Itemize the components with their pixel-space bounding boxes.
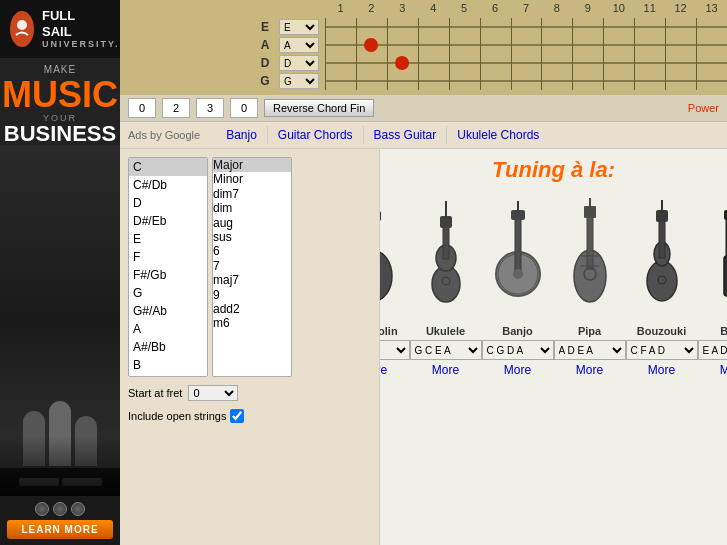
fret-line (603, 72, 604, 90)
fret-start-label: Start at fret (128, 387, 182, 399)
fret-number: 12 (665, 2, 696, 14)
instrument-image-pipa (561, 191, 619, 321)
scale-selectors: C C#/Db D D#/Eb E F F#/Gb G G#/Ab A A#/B… (128, 157, 371, 377)
fret-line (325, 54, 326, 72)
chord-type-select[interactable]: Major Minor dim7 dim aug sus 6 7 maj7 9 … (212, 157, 292, 377)
string-line (325, 26, 727, 28)
tab-bass-guitar[interactable]: Bass Guitar (364, 126, 448, 144)
instrument-image-banjo (489, 191, 547, 321)
fret-number: 13 (696, 2, 727, 14)
fret-line (634, 18, 635, 36)
instrument-more-link[interactable]: More (432, 363, 459, 377)
fret-line (387, 36, 388, 54)
learn-more-button[interactable]: LEARN MORE (7, 520, 112, 539)
string-tuning-select[interactable]: A (279, 37, 319, 53)
string-label: G (255, 74, 275, 88)
power-link[interactable]: Power (688, 102, 719, 114)
instrument-more-link[interactable]: More (720, 363, 727, 377)
fret-line (356, 18, 357, 36)
instrument-bass: BassE A D GMore (698, 191, 728, 377)
fret-start-select[interactable]: 0 1 2 3 (188, 385, 238, 401)
fret-number: 4 (418, 2, 449, 14)
instrument-tuning-select[interactable]: G D A E (380, 340, 410, 360)
instrument-name: Banjo (502, 325, 533, 337)
string-tuning-select[interactable]: D (279, 55, 319, 71)
fret-line (665, 54, 666, 72)
instrument-name: Bass (720, 325, 727, 337)
fret-number: 6 (480, 2, 511, 14)
instrument-more-link[interactable]: More (576, 363, 603, 377)
sidebar-logo: FULL SAIL UNIVERSITY. (0, 0, 120, 58)
fret-number: 5 (449, 2, 480, 14)
instrument-more-link[interactable]: More (380, 363, 387, 377)
fret-line (511, 36, 512, 54)
fret-number: 1 (325, 2, 356, 14)
fret-line (634, 54, 635, 72)
string-tuning-select[interactable]: G (279, 73, 319, 89)
fret-line (511, 72, 512, 90)
instrument-pipa: PipaA D E AMore (554, 191, 626, 377)
fret-line (418, 18, 419, 36)
chord-num-2[interactable]: 2 (162, 98, 190, 118)
reverse-chord-button[interactable]: Reverse Chord Fin (264, 99, 374, 117)
svg-rect-20 (587, 214, 593, 269)
instrument-more-link[interactable]: More (648, 363, 675, 377)
fret-line (665, 36, 666, 54)
string-row: G G (120, 72, 727, 90)
sidebar-image (0, 145, 120, 496)
fret-line (603, 54, 604, 72)
fret-line (572, 36, 573, 54)
open-strings-row: Include open strings (128, 409, 371, 423)
string-row: E E (120, 18, 727, 36)
string-tuning-select[interactable]: E (279, 19, 319, 35)
fret-line (572, 18, 573, 36)
note-dot (364, 38, 378, 52)
string-label: A (255, 38, 275, 52)
fret-line (541, 36, 542, 54)
instrument-tuning-select[interactable]: A D E A (554, 340, 626, 360)
string-line (325, 80, 727, 82)
fret-line (696, 72, 697, 90)
sidebar-ad: FULL SAIL UNIVERSITY. MAKE MUSIC YOUR BU… (0, 0, 120, 545)
logo-icon (10, 11, 34, 47)
fret-line (387, 54, 388, 72)
fret-line (356, 54, 357, 72)
instrument-tuning-select[interactable]: E A D G (698, 340, 728, 360)
instrument-tuning-select[interactable]: G C E A (410, 340, 482, 360)
fret-line (387, 72, 388, 90)
tuning-title: Tuning à la: (492, 157, 615, 183)
note-select[interactable]: C C#/Db D D#/Eb E F F#/Gb G G#/Ab A A#/B… (128, 157, 208, 377)
fret-line (665, 72, 666, 90)
instrument-name: Pipa (578, 325, 601, 337)
tab-ukulele-chords[interactable]: Ukulele Chords (447, 126, 549, 144)
chord-num-1[interactable]: 0 (128, 98, 156, 118)
fret-line (418, 36, 419, 54)
instruments-row: MandolinG D A EMore UkuleleG C E AMore B… (384, 191, 723, 377)
fret-line (696, 36, 697, 54)
fret-line (541, 72, 542, 90)
tab-banjo[interactable]: Banjo (216, 126, 268, 144)
fretboard-strings: E EA AD DG G (120, 18, 727, 90)
left-panel: C C#/Db D D#/Eb E F F#/Gb G G#/Ab A A#/B… (120, 149, 380, 545)
open-strings-checkbox[interactable] (230, 409, 244, 423)
fret-line (511, 54, 512, 72)
fret-line (325, 72, 326, 90)
tagline-business: BUSINESS (4, 123, 116, 145)
fret-line (696, 54, 697, 72)
instrument-tuning-select[interactable]: C G D A (482, 340, 554, 360)
fretboard: 12345678910111213 E EA AD DG G (120, 0, 727, 95)
fret-line (603, 36, 604, 54)
instrument-bouzouki: BouzoukiC F A DMore (626, 191, 698, 377)
chord-num-4[interactable]: 0 (230, 98, 258, 118)
nav-tabs: Ads by Google Banjo Guitar Chords Bass G… (120, 122, 727, 149)
logo-text: FULL SAIL UNIVERSITY. (42, 8, 120, 50)
tab-guitar-chords[interactable]: Guitar Chords (268, 126, 364, 144)
svg-rect-15 (515, 216, 521, 271)
content-area: C C#/Db D D#/Eb E F F#/Gb G G#/Ab A A#/B… (120, 149, 727, 545)
instrument-more-link[interactable]: More (504, 363, 531, 377)
string-label: D (255, 56, 275, 70)
instrument-tuning-select[interactable]: C F A D (626, 340, 698, 360)
fret-line (480, 36, 481, 54)
right-panel: Tuning à la: MandolinG D A EMore Ukulele… (380, 149, 727, 545)
chord-num-3[interactable]: 3 (196, 98, 224, 118)
